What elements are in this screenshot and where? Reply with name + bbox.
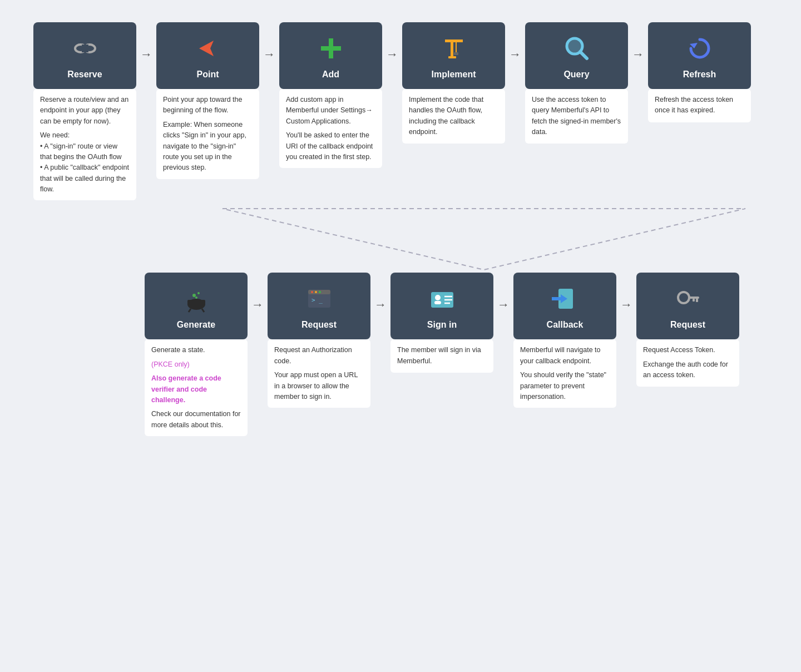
step-desc-refresh: Refresh the access token once it has exp… xyxy=(648,89,751,122)
connector-area xyxy=(33,206,768,273)
step-card-add: Add xyxy=(279,22,382,89)
cauldron-icon xyxy=(180,282,213,315)
step-card-point: Point xyxy=(156,22,259,89)
arrow-5: → xyxy=(628,22,648,62)
svg-rect-33 xyxy=(552,297,562,300)
svg-point-24 xyxy=(319,291,321,293)
step-desc-query: Use the access token to query Memberful'… xyxy=(525,89,628,144)
svg-point-18 xyxy=(197,292,200,294)
step-desc-request1: Request an Authorization code. Your app … xyxy=(268,339,370,408)
step-title-refresh: Refresh xyxy=(683,70,716,80)
svg-line-11 xyxy=(580,52,587,58)
magnify-icon xyxy=(560,32,594,65)
refresh-icon xyxy=(683,32,716,65)
svg-text:> _: > _ xyxy=(312,297,323,304)
step-card-signin: Sign in xyxy=(390,273,493,339)
step-reserve: Reserve Reserve a route/view and an endp… xyxy=(33,22,136,200)
svg-rect-8 xyxy=(454,52,458,55)
step-title-implement: Implement xyxy=(431,70,476,80)
step-refresh: Refresh Refresh the access token once it… xyxy=(648,22,751,122)
svg-rect-14 xyxy=(187,300,205,304)
step-request1: > _ Request Request an Authorization cod… xyxy=(268,273,370,408)
key-icon xyxy=(671,282,705,315)
terminal-icon: > _ xyxy=(303,282,336,315)
arrow-1: → xyxy=(136,22,156,62)
svg-rect-37 xyxy=(696,299,698,302)
step-desc-request2: Request Access Token. Exchange the auth … xyxy=(636,339,739,386)
step-request2: Request Request Access Token. Exchange t… xyxy=(636,273,739,386)
step-card-callback: Callback xyxy=(513,273,616,339)
svg-point-17 xyxy=(192,294,196,297)
svg-rect-4 xyxy=(321,46,341,51)
svg-point-23 xyxy=(315,291,317,293)
step-query: Query Use the access token to query Memb… xyxy=(525,22,628,144)
chain-icon xyxy=(68,32,102,65)
step-generate: Generate Generate a state. (PKCE only) A… xyxy=(145,273,248,436)
step-callback: Callback Memberful will navigate to your… xyxy=(513,273,616,408)
step-add: Add Add custom app in Memberful under Se… xyxy=(279,22,382,168)
id-card-icon xyxy=(426,282,459,315)
step-title-point: Point xyxy=(197,70,219,80)
plus-icon xyxy=(314,32,348,65)
arrow-b4: → xyxy=(616,273,636,312)
svg-point-22 xyxy=(311,291,313,293)
top-row: Reserve Reserve a route/view and an endp… xyxy=(33,22,768,200)
step-card-generate: Generate xyxy=(145,273,248,339)
step-desc-implement: Implement the code that handles the OAut… xyxy=(402,89,505,144)
step-point: Point Point your app toward the beginnin… xyxy=(156,22,259,179)
bottom-row: Generate Generate a state. (PKCE only) A… xyxy=(33,273,768,436)
step-desc-signin: The member will sign in via Memberful. xyxy=(390,339,493,373)
svg-point-19 xyxy=(195,297,197,299)
arrow-2: → xyxy=(259,22,279,62)
step-title-query: Query xyxy=(563,70,589,80)
step-card-implement: Implement xyxy=(402,22,505,89)
step-implement: Implement Implement the code that handle… xyxy=(402,22,505,144)
arrow-b1: → xyxy=(248,273,268,312)
step-card-reserve: Reserve xyxy=(33,22,136,89)
step-signin: Sign in The member will sign in via Memb… xyxy=(390,273,493,373)
arrow-4: → xyxy=(505,22,525,62)
svg-rect-28 xyxy=(434,301,441,304)
crane-icon xyxy=(437,32,471,65)
svg-rect-38 xyxy=(693,299,695,302)
arrow-3: → xyxy=(382,22,402,62)
svg-line-16 xyxy=(202,309,204,312)
step-title-signin: Sign in xyxy=(427,320,457,330)
step-title-request1: Request xyxy=(301,320,337,330)
step-desc-callback: Memberful will navigate to your callback… xyxy=(513,339,616,408)
step-title-reserve: Reserve xyxy=(67,70,102,80)
share-icon xyxy=(191,32,225,65)
svg-rect-6 xyxy=(445,39,463,42)
step-card-refresh: Refresh xyxy=(648,22,751,89)
step-card-request1: > _ Request xyxy=(268,273,370,339)
step-title-request2: Request xyxy=(670,320,705,330)
svg-rect-2 xyxy=(82,45,88,52)
svg-rect-36 xyxy=(688,297,699,299)
step-desc-generate: Generate a state. (PKCE only) Also gener… xyxy=(145,339,248,436)
svg-rect-9 xyxy=(448,56,456,58)
step-desc-point: Point your app toward the beginning of t… xyxy=(156,89,259,179)
arrow-b2: → xyxy=(370,273,390,312)
step-card-query: Query xyxy=(525,22,628,89)
callback-icon xyxy=(548,282,582,315)
step-card-request2: Request xyxy=(636,273,739,339)
svg-point-27 xyxy=(435,295,441,300)
arrow-b3: → xyxy=(493,273,513,312)
svg-line-15 xyxy=(189,309,191,312)
step-desc-add: Add custom app in Memberful under Settin… xyxy=(279,89,382,168)
flow-diagram: Reserve Reserve a route/view and an endp… xyxy=(33,22,768,436)
step-title-callback: Callback xyxy=(547,320,584,330)
svg-point-35 xyxy=(678,292,689,303)
step-title-add: Add xyxy=(322,70,339,80)
step-desc-reserve: Reserve a route/view and an endpoint in … xyxy=(33,89,136,200)
step-title-generate: Generate xyxy=(177,320,215,330)
